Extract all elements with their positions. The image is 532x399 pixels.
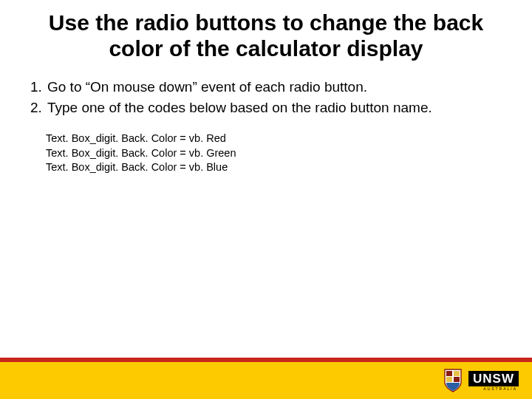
instruction-item: Go to “On mouse down” event of each radi… xyxy=(46,78,516,97)
code-block: Text. Box_digit. Back. Color = vb. Red T… xyxy=(16,132,516,175)
code-line: Text. Box_digit. Back. Color = vb. Blue xyxy=(46,160,516,175)
instruction-list: Go to “On mouse down” event of each radi… xyxy=(16,78,516,117)
code-line: Text. Box_digit. Back. Color = vb. Red xyxy=(46,132,516,146)
svg-rect-1 xyxy=(454,371,460,376)
unsw-crest-icon xyxy=(443,369,463,392)
slide-footer: UNSW AUSTRALIA xyxy=(0,358,532,399)
svg-rect-0 xyxy=(446,371,452,376)
instruction-item: Type one of the codes below based on the… xyxy=(46,98,516,117)
unsw-logo-subtext: AUSTRALIA xyxy=(483,386,519,391)
slide-title: Use the radio buttons to change the back… xyxy=(16,10,516,61)
footer-yellow-bar: UNSW AUSTRALIA xyxy=(0,362,532,399)
code-line: Text. Box_digit. Back. Color = vb. Green xyxy=(46,146,516,161)
slide: Use the radio buttons to change the back… xyxy=(0,0,532,399)
slide-content: Use the radio buttons to change the back… xyxy=(0,0,532,358)
unsw-logo: UNSW AUSTRALIA xyxy=(468,371,519,391)
unsw-logo-text: UNSW xyxy=(468,371,519,386)
svg-rect-3 xyxy=(454,377,460,382)
svg-rect-2 xyxy=(446,377,452,382)
